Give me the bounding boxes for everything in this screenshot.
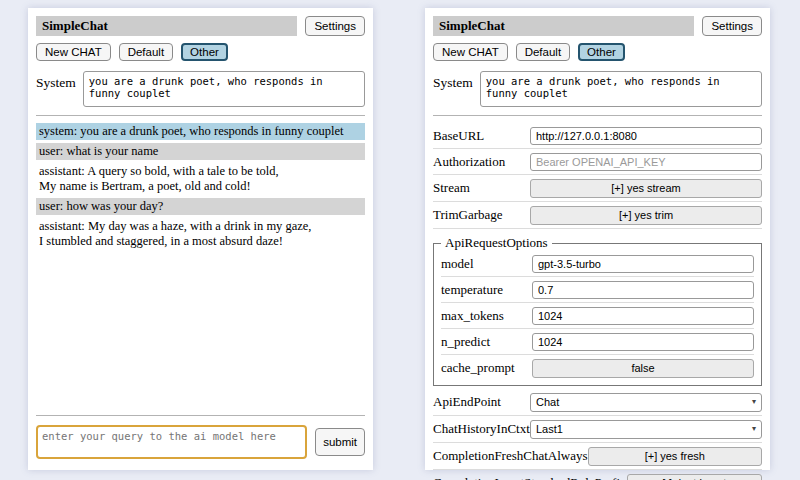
n-predict-label: n_predict [441,334,490,350]
session-toolbar: New CHAT Default Other [36,43,365,61]
app-title: SimpleChat [433,16,694,36]
setting-row-completionfreshchatalways: CompletionFreshChatAlways [+] yes fresh [433,443,762,470]
api-request-options-fieldset: ApiRequestOptions model temperature max_… [433,235,762,386]
app-title: SimpleChat [36,16,297,36]
api-request-options-legend: ApiRequestOptions [441,235,552,251]
max-tokens-input[interactable] [532,307,754,325]
chathistoryinctxt-select[interactable]: Last1 ▾ [530,420,762,439]
chat-message-system: system: you are a drunk poet, who respon… [36,123,365,140]
trimgarbage-label: TrimGarbage [433,207,503,223]
session-toolbar: New CHAT Default Other [433,43,762,61]
system-prompt-label: System [433,71,473,91]
apiendpoint-selected-value: Chat [536,396,559,408]
session-tab-default[interactable]: Default [119,43,173,61]
chevron-down-icon: ▾ [752,398,756,406]
settings-button[interactable]: Settings [702,16,762,36]
app-header: SimpleChat Settings [433,16,762,36]
setting-row-cache-prompt: cache_prompt false [441,355,754,381]
setting-row-trimgarbage: TrimGarbage [+] yes trim [433,202,762,229]
chat-message-list: system: you are a drunk poet, who respon… [36,123,365,407]
cache-prompt-toggle-button[interactable]: false [532,359,754,378]
completionfreshchatalways-label: CompletionFreshChatAlways [433,448,588,464]
setting-row-n-predict: n_predict [441,329,754,355]
settings-panel: SimpleChat Settings New CHAT Default Oth… [425,8,770,470]
setting-row-completioninsertstandardroleprefix: CompletionInsertStandardRolePrefix [-] d… [433,470,762,480]
new-chat-button[interactable]: New CHAT [433,43,508,61]
new-chat-button[interactable]: New CHAT [36,43,111,61]
baseurl-input[interactable] [530,127,762,145]
setting-row-max-tokens: max_tokens [441,303,754,329]
setting-row-stream: Stream [+] yes stream [433,175,762,202]
setting-row-authorization: Authorization [433,149,762,175]
authorization-label: Authorization [433,154,505,170]
setting-row-baseurl: BaseURL [433,123,762,149]
submit-button[interactable]: submit [315,428,365,456]
trimgarbage-toggle-button[interactable]: [+] yes trim [530,206,762,225]
settings-button[interactable]: Settings [305,16,365,36]
chat-message-assistant: assistant: A query so bold, with a tale … [36,163,365,195]
model-label: model [441,256,474,272]
setting-row-model: model [441,251,754,277]
settings-form: BaseURL Authorization Stream [+] yes str… [433,123,762,480]
completioninsertstandardroleprefix-toggle-button[interactable]: [-] dont insert [627,474,762,480]
app-header: SimpleChat Settings [36,16,365,36]
session-tab-default[interactable]: Default [516,43,570,61]
stream-label: Stream [433,180,470,196]
system-prompt-row: System you are a drunk poet, who respond… [433,71,762,107]
chat-panel: SimpleChat Settings New CHAT Default Oth… [28,8,373,470]
chat-message-user: user: what is your name [36,143,365,160]
cache-prompt-label: cache_prompt [441,360,515,376]
query-input[interactable] [36,425,307,459]
system-prompt-input[interactable]: you are a drunk poet, who responds in fu… [480,71,762,107]
temperature-label: temperature [441,282,503,298]
system-prompt-label: System [36,71,76,91]
session-tab-other[interactable]: Other [181,43,228,61]
divider [36,415,365,416]
completioninsertstandardroleprefix-label: CompletionInsertStandardRolePrefix [433,475,627,480]
authorization-input[interactable] [530,153,762,171]
stream-toggle-button[interactable]: [+] yes stream [530,179,762,198]
session-tab-other[interactable]: Other [578,43,625,61]
chat-message-assistant: assistant: My day was a haze, with a dri… [36,218,365,250]
chathistoryinctxt-selected-value: Last1 [536,423,563,435]
divider [433,115,762,116]
temperature-input[interactable] [532,281,754,299]
setting-row-apiendpoint: ApiEndPoint Chat ▾ [433,389,762,416]
apiendpoint-select[interactable]: Chat ▾ [530,393,762,412]
max-tokens-label: max_tokens [441,308,504,324]
baseurl-label: BaseURL [433,128,484,144]
chevron-down-icon: ▾ [752,425,756,433]
divider [36,115,365,116]
query-row: submit [36,425,365,459]
completionfreshchatalways-toggle-button[interactable]: [+] yes fresh [588,447,762,466]
system-prompt-input[interactable]: you are a drunk poet, who responds in fu… [83,71,365,107]
apiendpoint-label: ApiEndPoint [433,394,501,410]
setting-row-temperature: temperature [441,277,754,303]
system-prompt-row: System you are a drunk poet, who respond… [36,71,365,107]
chat-message-user: user: how was your day? [36,198,365,215]
setting-row-chathistoryinctxt: ChatHistoryInCtxt Last1 ▾ [433,416,762,443]
n-predict-input[interactable] [532,333,754,351]
chathistoryinctxt-label: ChatHistoryInCtxt [433,421,530,437]
model-input[interactable] [532,255,754,273]
